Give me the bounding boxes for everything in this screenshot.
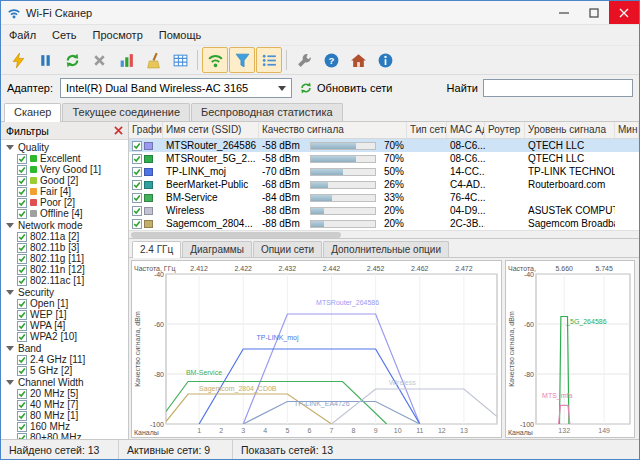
checkbox-checked-icon[interactable] xyxy=(132,206,142,216)
checkbox-checked-icon[interactable] xyxy=(17,422,27,432)
tab-0[interactable]: Сканер xyxy=(4,103,61,122)
column-header-2[interactable]: Качество сигнала xyxy=(259,122,407,138)
checkbox-checked-icon[interactable] xyxy=(17,265,27,275)
table-row[interactable]: MTSRouter_5G_2...-58 dBm70%08-C6...QTECH… xyxy=(129,152,639,165)
filter-item[interactable]: Offline [4] xyxy=(1,208,128,219)
table-row[interactable]: TP-LINK_moj-70 dBm50%14-CC...TP-LINK TEC… xyxy=(129,165,639,178)
filter-item[interactable]: Very Good [1] xyxy=(1,164,128,175)
checkbox-checked-icon[interactable] xyxy=(17,232,27,242)
filter-item[interactable]: Excellent xyxy=(1,153,128,164)
column-header-7[interactable]: Мин xyxy=(615,122,639,138)
checkbox-checked-icon[interactable] xyxy=(17,411,27,421)
table-row[interactable]: BM-Service-84 dBm33%76-4C... xyxy=(129,191,639,204)
checkbox-checked-icon[interactable] xyxy=(132,141,142,151)
toolbar-refresh-button[interactable] xyxy=(59,47,85,73)
toolbar-filter-button[interactable] xyxy=(229,47,255,73)
filter-item[interactable]: 802.11ac [1] xyxy=(1,275,128,286)
column-header-0[interactable]: График xyxy=(129,122,163,138)
menu-item-3[interactable]: Помощь xyxy=(151,27,210,43)
refresh-networks-button[interactable]: Обновить сети xyxy=(299,81,392,95)
filter-item[interactable]: WPA [4] xyxy=(1,320,128,331)
checkbox-checked-icon[interactable] xyxy=(17,332,27,342)
filter-item[interactable]: 802.11a [2] xyxy=(1,231,128,242)
filter-group-1[interactable]: Network mode xyxy=(1,219,128,231)
checkbox-checked-icon[interactable] xyxy=(17,176,27,186)
column-header-3[interactable]: Тип сети xyxy=(407,122,447,138)
filter-item[interactable]: 802.11b [3] xyxy=(1,242,128,253)
filter-item[interactable]: Fair [4] xyxy=(1,186,128,197)
checkbox-checked-icon[interactable] xyxy=(17,165,27,175)
filter-item[interactable]: 2.4 GHz [11] xyxy=(1,354,128,365)
subtab-3[interactable]: Дополнительные опции xyxy=(323,241,449,257)
menu-item-0[interactable]: Файл xyxy=(1,27,44,43)
checkbox-checked-icon[interactable] xyxy=(17,154,27,164)
toolbar-charts-button[interactable] xyxy=(113,47,139,73)
checkbox-checked-icon[interactable] xyxy=(132,167,142,177)
menu-item-1[interactable]: Сеть xyxy=(44,27,84,43)
horizontal-scrollbar[interactable] xyxy=(129,230,639,239)
filter-item[interactable]: 5 GHz [2] xyxy=(1,365,128,376)
filter-group-0[interactable]: Quality xyxy=(1,141,128,153)
toolbar-clear-button[interactable] xyxy=(140,47,166,73)
checkbox-checked-icon[interactable] xyxy=(17,299,27,309)
toolbar-stop-button[interactable] xyxy=(86,47,112,73)
checkbox-checked-icon[interactable] xyxy=(17,389,27,399)
subtab-2[interactable]: Опции сети xyxy=(253,241,322,257)
subtab-1[interactable]: Диаграммы xyxy=(182,241,252,257)
toolbar-scan-button[interactable] xyxy=(5,47,31,73)
filter-group-3[interactable]: Band xyxy=(1,342,128,354)
toolbar-about-button[interactable] xyxy=(372,47,398,73)
close-button[interactable] xyxy=(609,1,639,24)
tab-1[interactable]: Текущее соединение xyxy=(62,103,190,121)
filter-group-4[interactable]: Channel Width xyxy=(1,376,128,388)
maximize-button[interactable] xyxy=(579,1,609,24)
checkbox-checked-icon[interactable] xyxy=(17,321,27,331)
subtab-0[interactable]: 2.4 ГГц xyxy=(132,241,181,258)
filter-item[interactable]: WPA2 [10] xyxy=(1,331,128,342)
filter-group-2[interactable]: Security xyxy=(1,286,128,298)
filter-item[interactable]: Good [2] xyxy=(1,175,128,186)
column-header-1[interactable]: Имя сети (SSID) xyxy=(163,122,259,138)
adapter-select[interactable]: Intel(R) Dual Band Wireless-AC 3165 xyxy=(60,78,292,98)
checkbox-checked-icon[interactable] xyxy=(132,219,142,229)
column-header-5[interactable]: Роутер xyxy=(485,122,525,138)
toolbar-home-button[interactable] xyxy=(345,47,371,73)
checkbox-checked-icon[interactable] xyxy=(17,209,27,219)
toolbar-help-button[interactable]: ? xyxy=(318,47,344,73)
checkbox-checked-icon[interactable] xyxy=(17,355,27,365)
checkbox-checked-icon[interactable] xyxy=(17,366,27,376)
filter-item[interactable]: 802.11n [12] xyxy=(1,264,128,275)
toolbar-pause-button[interactable] xyxy=(32,47,58,73)
checkbox-checked-icon[interactable] xyxy=(132,193,142,203)
checkbox-checked-icon[interactable] xyxy=(17,243,27,253)
scrollbar-thumb[interactable] xyxy=(131,232,341,238)
filter-item[interactable]: WEP [1] xyxy=(1,309,128,320)
filter-item[interactable]: 160 MHz xyxy=(1,421,128,432)
toolbar-table-view-button[interactable] xyxy=(167,47,193,73)
filter-item[interactable]: Open [1] xyxy=(1,298,128,309)
checkbox-checked-icon[interactable] xyxy=(17,187,27,197)
filter-item[interactable]: Poor [2] xyxy=(1,197,128,208)
filter-item[interactable]: 80+80 MHz xyxy=(1,432,128,439)
column-header-6[interactable]: Уровень сигнала xyxy=(525,122,615,138)
column-header-4[interactable]: MAC Адрес xyxy=(447,122,485,138)
filter-item[interactable]: 20 MHz [5] xyxy=(1,388,128,399)
tab-2[interactable]: Беспроводная статистика xyxy=(191,103,343,121)
table-row[interactable]: BeerMarket-Public-68 dBm26%C4-AD...Route… xyxy=(129,178,639,191)
checkbox-checked-icon[interactable] xyxy=(17,310,27,320)
checkbox-checked-icon[interactable] xyxy=(17,276,27,286)
filter-item[interactable]: 40 MHz [7] xyxy=(1,399,128,410)
minimize-button[interactable] xyxy=(549,1,579,24)
toolbar-settings-button[interactable] xyxy=(291,47,317,73)
toolbar-details-button[interactable] xyxy=(256,47,282,73)
filter-item[interactable]: 80 MHz [1] xyxy=(1,410,128,421)
toolbar-wifi-view-button[interactable] xyxy=(202,47,228,73)
checkbox-checked-icon[interactable] xyxy=(132,154,142,164)
filter-item[interactable]: 802.11g [11] xyxy=(1,253,128,264)
checkbox-checked-icon[interactable] xyxy=(132,180,142,190)
close-filters-button[interactable] xyxy=(114,126,123,135)
menu-item-2[interactable]: Просмотр xyxy=(85,27,151,43)
checkbox-checked-icon[interactable] xyxy=(17,400,27,410)
checkbox-checked-icon[interactable] xyxy=(17,198,27,208)
checkbox-checked-icon[interactable] xyxy=(17,254,27,264)
